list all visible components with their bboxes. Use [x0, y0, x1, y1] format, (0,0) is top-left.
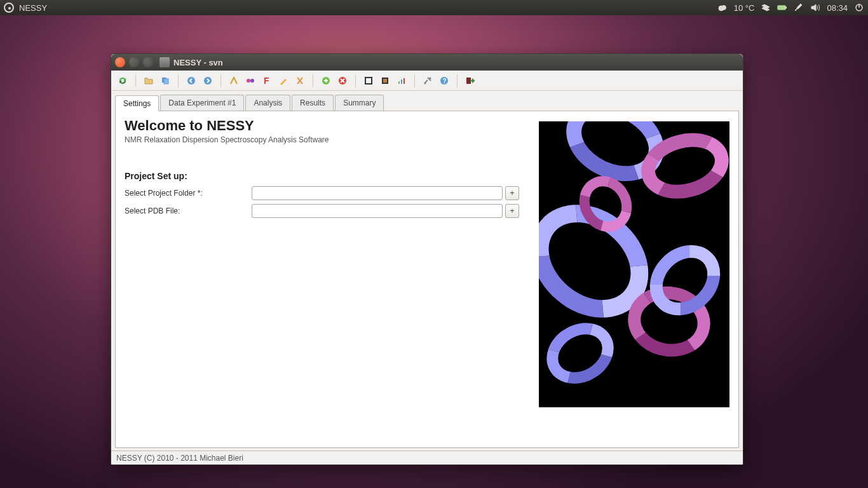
- main-toolbar: F ?: [111, 71, 743, 91]
- nav-forward-icon[interactable]: [201, 74, 214, 87]
- app-icon: [159, 57, 170, 67]
- svg-text:F: F: [264, 76, 269, 86]
- help-icon[interactable]: ?: [438, 74, 451, 87]
- svg-rect-3: [778, 6, 785, 9]
- tab-analysis[interactable]: Analysis: [245, 95, 290, 111]
- brush-icon[interactable]: [794, 3, 804, 13]
- power-icon[interactable]: [854, 3, 864, 13]
- svg-rect-4: [785, 7, 787, 8]
- tab-bar: Settings Data Experiment #1 Analysis Res…: [111, 91, 743, 111]
- tab-results[interactable]: Results: [292, 95, 334, 111]
- cut-icon[interactable]: [294, 74, 306, 87]
- svg-rect-26: [466, 78, 471, 84]
- label-pdb-file: Select PDB File:: [125, 207, 252, 215]
- chart-icon[interactable]: [395, 74, 408, 87]
- dropbox-icon[interactable]: [761, 3, 771, 13]
- add-icon[interactable]: [320, 74, 332, 87]
- window-titlebar[interactable]: NESSY - svn: [111, 54, 743, 71]
- weather-icon[interactable]: [717, 3, 728, 13]
- svg-rect-16: [365, 78, 372, 84]
- clock-text: 08:34: [827, 3, 848, 13]
- svg-point-12: [250, 79, 254, 83]
- refresh-icon[interactable]: [116, 74, 129, 87]
- nav-back-icon[interactable]: [185, 74, 198, 87]
- svg-point-9: [187, 77, 195, 85]
- settings-icon[interactable]: [421, 74, 434, 87]
- toolbar-separator: [355, 74, 356, 87]
- toolbar-separator: [220, 74, 221, 87]
- svg-point-1: [721, 6, 726, 10]
- svg-rect-21: [403, 78, 405, 84]
- label-project-folder: Select Project Folder *:: [125, 189, 252, 198]
- volume-icon[interactable]: [810, 3, 820, 13]
- svg-rect-18: [383, 79, 387, 83]
- svg-text:?: ?: [443, 78, 447, 85]
- tab-content: Welcome to NESSY NMR Relaxation Dispersi…: [115, 111, 739, 448]
- svg-point-11: [247, 79, 250, 83]
- pencil-icon[interactable]: [277, 74, 290, 87]
- svg-rect-19: [398, 81, 400, 84]
- system-top-panel: NESSY 10 °C 08:34: [0, 0, 868, 15]
- browse-pdb-file-button[interactable]: +: [505, 204, 519, 218]
- tab-summary[interactable]: Summary: [335, 95, 384, 111]
- row-pdb-file: Select PDB File: +: [125, 204, 526, 218]
- window-title: NESSY - svn: [173, 58, 223, 67]
- exit-icon[interactable]: [464, 74, 477, 87]
- input-project-folder[interactable]: [252, 186, 503, 200]
- tab-data-experiment-1[interactable]: Data Experiment #1: [160, 95, 244, 111]
- toolbar-separator: [135, 74, 136, 87]
- window-maximize-button[interactable]: [143, 57, 153, 67]
- ubuntu-logo-icon[interactable]: [4, 3, 14, 13]
- active-app-name: NESSY: [19, 3, 47, 13]
- letter-f-icon[interactable]: F: [261, 74, 273, 87]
- temperature-text: 10 °C: [734, 3, 755, 13]
- view-b-icon[interactable]: [379, 74, 391, 87]
- tool-b-icon[interactable]: [244, 74, 257, 87]
- copy-icon[interactable]: [159, 74, 172, 87]
- settings-left-pane: Welcome to NESSY NMR Relaxation Dispersi…: [125, 118, 526, 441]
- protein-structure-image: [539, 121, 729, 407]
- svg-rect-20: [401, 79, 402, 84]
- view-a-icon[interactable]: [362, 74, 375, 87]
- section-title-project-setup: Project Set up:: [125, 171, 526, 181]
- row-project-folder: Select Project Folder *: +: [125, 186, 526, 200]
- page-heading: Welcome to NESSY: [125, 118, 526, 134]
- battery-icon[interactable]: [777, 3, 787, 13]
- browse-project-folder-button[interactable]: +: [505, 186, 519, 200]
- page-subtitle: NMR Relaxation Dispersion Spectroscopy A…: [125, 135, 526, 144]
- status-text: NESSY (C) 2010 - 2011 Michael Bieri: [116, 454, 243, 463]
- remove-icon[interactable]: [336, 74, 349, 87]
- svg-point-22: [424, 82, 426, 84]
- folder-icon[interactable]: [142, 74, 155, 87]
- toolbar-separator: [178, 74, 179, 87]
- svg-point-10: [204, 77, 212, 85]
- toolbar-separator: [313, 74, 313, 87]
- window-minimize-button[interactable]: [129, 57, 139, 67]
- status-bar: NESSY (C) 2010 - 2011 Michael Bieri: [111, 451, 743, 464]
- svg-point-23: [430, 77, 431, 79]
- svg-rect-8: [164, 79, 168, 84]
- window-close-button[interactable]: [115, 57, 125, 67]
- toolbar-separator: [414, 74, 415, 87]
- tool-a-icon[interactable]: [227, 74, 240, 87]
- app-window: NESSY - svn F ? Settings Data Experiment…: [111, 53, 743, 465]
- input-pdb-file[interactable]: [252, 204, 503, 218]
- toolbar-separator: [457, 74, 458, 87]
- tab-settings[interactable]: Settings: [115, 95, 159, 111]
